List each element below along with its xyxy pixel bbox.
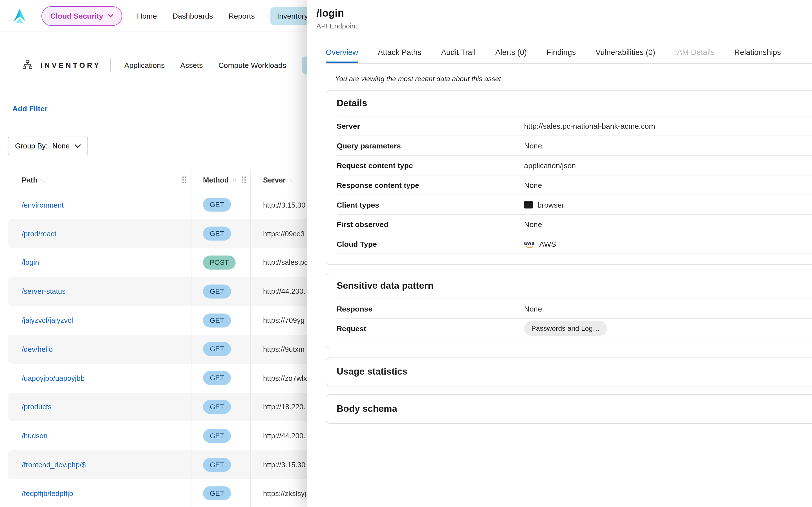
column-label: Method: [203, 176, 229, 184]
ptab-findings[interactable]: Findings: [546, 43, 576, 63]
detail-value: aws AWS: [524, 240, 556, 248]
detail-label: Client types: [337, 201, 524, 209]
ptab-vulnerabilities[interactable]: Vulnerabilities (0): [596, 43, 655, 63]
method-badge: GET: [203, 198, 231, 212]
nav-item-dashboards[interactable]: Dashboards: [172, 11, 213, 20]
server-value: http://3.15.30: [263, 460, 305, 469]
panel-title: /login: [316, 7, 812, 19]
path-link[interactable]: /fedpffjb/fedpffjb: [22, 489, 73, 497]
ptab-overview[interactable]: Overview: [326, 43, 358, 63]
method-badge: GET: [203, 342, 231, 356]
path-link[interactable]: /jajyzvcf/jajyzvcf: [22, 316, 73, 324]
path-link[interactable]: /server-status: [22, 287, 66, 295]
nav-item-home[interactable]: Home: [137, 11, 157, 20]
column-header-path[interactable]: Path ↑↓: [8, 170, 192, 190]
server-value: http://3.15.30: [263, 201, 305, 209]
ptab-relationships[interactable]: Relationships: [734, 43, 781, 63]
detail-row: Query parameters None: [337, 136, 812, 156]
product-switcher-label: Cloud Security: [50, 11, 103, 20]
product-switcher[interactable]: Cloud Security: [42, 6, 122, 25]
chevron-down-icon: [74, 144, 81, 149]
detail-value: None: [524, 220, 542, 228]
vertical-divider: [110, 59, 111, 72]
server-value: http://sales.pc: [263, 258, 308, 267]
details-rows: Server http://sales.pc-national-bank-acm…: [337, 116, 812, 254]
server-value: https://zkslsyj: [263, 489, 306, 497]
method-badge: GET: [203, 458, 231, 472]
asset-detail-panel: /login API Endpoint Overview Attack Path…: [307, 0, 812, 507]
nav-item-reports[interactable]: Reports: [229, 11, 255, 20]
path-link[interactable]: /products: [22, 403, 52, 411]
detail-value: application/json: [524, 161, 576, 169]
drag-handle-icon[interactable]: [183, 176, 187, 183]
sensitive-rows: Response None Request Passwords and Log…: [337, 298, 812, 338]
ptab-audit-trail[interactable]: Audit Trail: [441, 43, 476, 63]
detail-label: Request: [337, 324, 524, 332]
tab-compute-workloads[interactable]: Compute Workloads: [218, 61, 286, 69]
brand-logo-icon[interactable]: [10, 6, 29, 25]
card-heading: Sensitive data pattern: [337, 281, 812, 291]
detail-row: Response content type None: [337, 175, 812, 195]
method-badge: GET: [203, 227, 231, 241]
group-by-dropdown[interactable]: Group By: None: [8, 136, 88, 155]
path-link[interactable]: /environment: [22, 201, 64, 209]
method-badge: GET: [203, 487, 231, 501]
server-value: https://709yg: [263, 316, 305, 324]
detail-value: browser: [524, 201, 564, 209]
detail-row: Response None: [337, 299, 812, 319]
detail-label: Cloud Type: [337, 240, 524, 248]
recency-notice: You are viewing the most recent data abo…: [335, 75, 812, 83]
detail-row: Client types browser: [337, 195, 812, 215]
column-label: Server: [263, 176, 286, 184]
detail-value: None: [524, 304, 542, 313]
detail-label: First observed: [337, 220, 524, 228]
detail-label: Response: [337, 304, 524, 313]
path-link[interactable]: /uapoyjbb/uapoyjbb: [22, 374, 85, 382]
path-link[interactable]: /prod/react: [22, 230, 56, 238]
path-link[interactable]: /dev/hello: [22, 345, 53, 353]
ptab-alerts[interactable]: Alerts (0): [495, 43, 527, 63]
sort-icon[interactable]: ↑↓: [41, 177, 45, 183]
path-link[interactable]: /frontend_dev.php/$: [22, 460, 86, 469]
sensitive-data-card: Sensitive data pattern Response None Req…: [326, 273, 812, 349]
detail-row: Request content type application/json: [337, 156, 812, 175]
detail-value: None: [524, 181, 542, 189]
panel-tabs: Overview Attack Paths Audit Trail Alerts…: [326, 43, 812, 64]
section-title: INVENTORY: [40, 61, 101, 69]
card-heading: Usage statistics: [337, 366, 812, 377]
server-value: http://18.220.: [263, 403, 305, 411]
server-value: https://zo7wlx: [263, 374, 307, 382]
detail-value: http://sales.pc-national-bank-acme.com: [524, 122, 655, 130]
server-value: http://44.200.: [263, 287, 305, 295]
column-header-method[interactable]: Method ↑↓: [192, 170, 251, 190]
method-badge: GET: [203, 400, 231, 414]
detail-label: Response content type: [337, 181, 524, 189]
method-badge: GET: [203, 284, 231, 298]
aws-icon: aws: [524, 240, 535, 247]
path-link[interactable]: /hudson: [22, 432, 48, 440]
server-value: https://09ce3: [263, 230, 305, 238]
client-type-text: browser: [538, 201, 564, 209]
sitemap-icon: [23, 60, 32, 71]
body-schema-card[interactable]: Body schema: [326, 394, 812, 424]
tab-assets[interactable]: Assets: [180, 61, 203, 69]
panel-subtitle: API Endpoint: [316, 22, 812, 30]
chevron-down-icon: [108, 14, 114, 18]
add-filter-button[interactable]: Add Filter: [12, 105, 47, 113]
drag-handle-icon[interactable]: [242, 176, 246, 183]
detail-label: Request content type: [337, 161, 524, 169]
inventory-tabs: Applications Assets Compute Workloads AP: [124, 56, 324, 74]
method-badge: GET: [203, 429, 231, 443]
ptab-attack-paths[interactable]: Attack Paths: [378, 43, 421, 63]
tab-applications[interactable]: Applications: [124, 61, 165, 69]
column-label: Path: [22, 176, 38, 184]
method-badge: POST: [203, 256, 236, 270]
card-heading: Body schema: [337, 404, 812, 414]
group-by-label: Group By:: [15, 142, 48, 150]
path-link[interactable]: /login: [22, 258, 39, 267]
sort-icon[interactable]: ↑↓: [232, 177, 236, 183]
usage-statistics-card[interactable]: Usage statistics: [326, 357, 812, 386]
sort-icon[interactable]: ↑↓: [289, 177, 293, 183]
detail-row: Cloud Type aws AWS: [337, 234, 812, 254]
sensitive-pattern-chip[interactable]: Passwords and Log…: [524, 321, 607, 336]
